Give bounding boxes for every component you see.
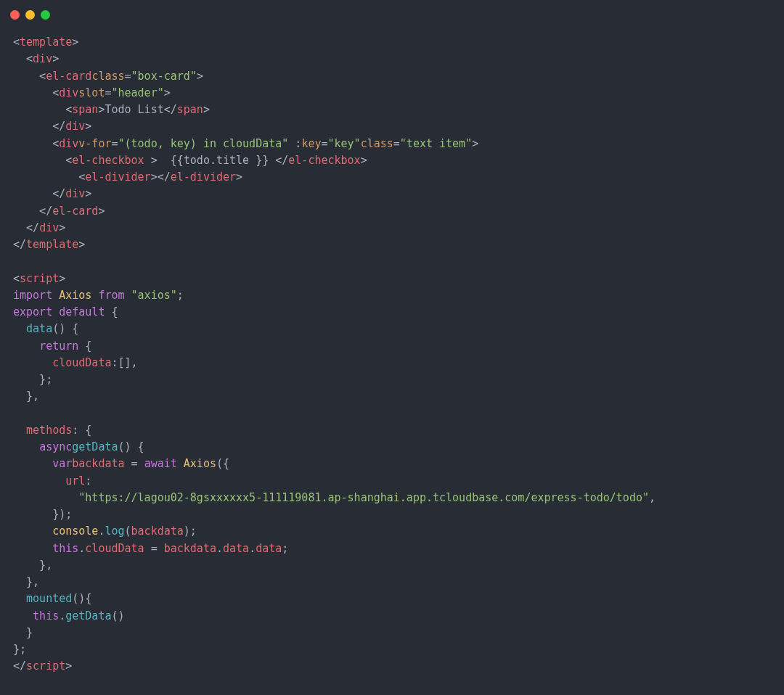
code-token: script xyxy=(20,272,59,285)
code-token: < xyxy=(13,52,33,65)
code-token xyxy=(125,289,131,302)
code-line: </div> xyxy=(13,220,771,237)
code-token xyxy=(13,525,52,538)
code-token xyxy=(13,356,52,369)
code-token xyxy=(13,491,78,504)
code-token: getData xyxy=(65,609,111,622)
code-token: console xyxy=(52,525,98,538)
code-editor[interactable]: <template> <div> <el-cardclass="box-card… xyxy=(0,24,784,686)
code-token: await xyxy=(144,457,177,470)
code-token: > xyxy=(203,103,210,116)
code-token: > xyxy=(197,70,203,83)
code-token: "https://lagou02-8gsxxxxxx5-111119081.ap… xyxy=(78,491,649,504)
code-token: url xyxy=(65,474,85,488)
code-line: </script> xyxy=(13,658,771,675)
code-token: > xyxy=(78,238,85,251)
minimize-icon[interactable] xyxy=(25,10,35,20)
code-token: todo.title xyxy=(184,154,249,167)
code-line: <divv-for="(todo, key) in cloudData" :ke… xyxy=(13,136,771,152)
code-token: el-checkbox xyxy=(72,154,144,167)
code-token: }, xyxy=(13,390,39,403)
code-token: = xyxy=(393,137,400,150)
code-token xyxy=(13,474,65,488)
code-token: el-divider xyxy=(171,170,236,184)
code-token: } xyxy=(13,626,33,639)
code-token: log xyxy=(105,525,124,538)
code-token: cloudData xyxy=(52,356,111,369)
code-token: > xyxy=(164,86,171,99)
code-line: url: xyxy=(13,473,771,490)
code-token: }); xyxy=(13,508,72,521)
code-token: el-divider xyxy=(85,170,150,184)
code-line: </div> xyxy=(13,118,771,135)
close-icon[interactable] xyxy=(10,10,20,20)
code-token: methods xyxy=(26,424,72,437)
code-line: export default { xyxy=(13,304,771,321)
code-line: <divslot="header"> xyxy=(13,85,771,102)
code-token: async xyxy=(39,440,72,453)
code-line: </el-card> xyxy=(13,203,771,220)
code-token: < xyxy=(13,272,20,285)
code-token: }; xyxy=(13,643,26,656)
code-token xyxy=(13,457,52,470)
code-line: }, xyxy=(13,557,771,574)
code-token: data xyxy=(223,542,249,555)
code-token: export xyxy=(13,305,52,318)
code-line: </template> xyxy=(13,237,771,253)
code-line: <template> xyxy=(13,34,771,51)
code-token: ; xyxy=(282,542,288,555)
code-line xyxy=(13,406,771,422)
code-token: < xyxy=(13,103,72,116)
code-token: data xyxy=(26,322,52,335)
code-token: { xyxy=(105,305,118,318)
code-token: Axios xyxy=(184,457,216,470)
code-token: ></ xyxy=(151,170,171,184)
code-token: > xyxy=(98,205,105,218)
code-token: cloudData xyxy=(85,542,144,555)
code-token: div xyxy=(65,187,85,200)
code-token: class xyxy=(91,70,124,83)
code-token xyxy=(13,424,26,437)
code-token: template xyxy=(20,36,72,49)
code-token: import xyxy=(13,289,52,302)
code-token: "text item" xyxy=(400,137,472,150)
code-token xyxy=(52,289,59,302)
code-token: script xyxy=(26,659,65,673)
code-line: console.log(backdata); xyxy=(13,523,771,540)
code-token: </ xyxy=(13,221,39,234)
code-token: return xyxy=(39,340,78,353)
code-token: var xyxy=(52,457,72,470)
code-token: > {{ xyxy=(144,154,184,167)
code-token: }, xyxy=(13,559,52,572)
code-token: . xyxy=(59,609,65,622)
code-token: span xyxy=(72,103,98,116)
code-token: div xyxy=(59,137,78,150)
code-token: . xyxy=(216,542,223,555)
code-token: div xyxy=(39,221,59,234)
code-token xyxy=(13,440,39,453)
code-token: = xyxy=(321,137,327,150)
window-titlebar xyxy=(0,0,784,24)
code-token: getData xyxy=(72,440,118,453)
code-line: }, xyxy=(13,388,771,405)
code-token: slot xyxy=(78,86,105,99)
code-line: varbackdata = await Axios({ xyxy=(13,456,771,472)
code-line: return { xyxy=(13,338,771,355)
code-token: ( xyxy=(125,525,131,538)
code-token: }} </ xyxy=(249,154,288,167)
code-token: () { xyxy=(118,440,144,453)
code-token: from xyxy=(98,289,124,302)
code-token: < xyxy=(13,154,72,167)
code-token: "(todo, key) in cloudData" xyxy=(118,137,289,150)
code-token: < xyxy=(13,70,46,83)
code-line: asyncgetData() { xyxy=(13,439,771,456)
code-token: div xyxy=(59,86,78,99)
code-line: <div> xyxy=(13,51,771,67)
code-window: <template> <div> <el-cardclass="box-card… xyxy=(0,0,784,695)
code-token: backdata xyxy=(131,525,184,538)
zoom-icon[interactable] xyxy=(41,10,50,20)
code-token: > xyxy=(472,137,478,150)
code-token: ); xyxy=(184,525,197,538)
code-token: div xyxy=(33,52,52,65)
code-token: > xyxy=(65,659,72,673)
